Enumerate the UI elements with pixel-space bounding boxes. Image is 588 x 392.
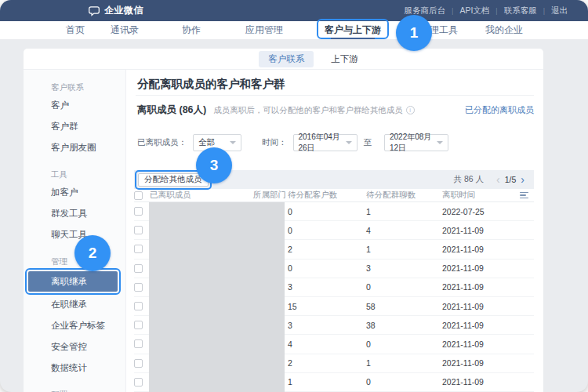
wework-logo: 企业微信 xyxy=(89,4,143,17)
row-checkbox[interactable] xyxy=(134,302,143,310)
cell-leave-date: 2021-11-09 xyxy=(442,321,534,330)
sidebar-item[interactable]: 离职继承 xyxy=(28,271,118,292)
link-api-docs[interactable]: API文档 xyxy=(459,5,489,16)
sidebar-item-label: 在职继承 xyxy=(51,299,87,309)
cell-leave-date: 2021-11-09 xyxy=(442,245,534,254)
sidebar-item-label: 加客户 xyxy=(51,187,78,197)
table-toolbar: 分配给其他成员 共 86 人 ‹ 1/5 › xyxy=(134,170,534,189)
cell-pending-groups: 0 xyxy=(366,282,442,292)
cell-pending-groups: 38 xyxy=(366,321,442,330)
sidebar-item-label: 客户群 xyxy=(51,122,78,131)
sidebar-item[interactable]: 聊天工具 xyxy=(24,224,125,245)
sidebar-item-label: 安全管控 xyxy=(51,342,87,351)
info-icon[interactable]: i xyxy=(406,106,415,114)
sidebar-item[interactable]: 群发工具 xyxy=(24,203,125,224)
cell-leave-date: 2021-11-09 xyxy=(442,226,534,235)
pagination: 共 86 人 ‹ 1/5 › xyxy=(454,174,528,185)
cell-leave-date: 2021-11-09 xyxy=(442,263,534,273)
sidebar-item[interactable]: 安全管控 xyxy=(24,336,125,358)
col-header-pending-clients: 待分配客户数 xyxy=(288,190,366,201)
header-checkbox-cell xyxy=(134,191,150,200)
sidebar-item[interactable]: 企业客户标签 xyxy=(24,315,125,336)
link-contact-support[interactable]: 联系客服 xyxy=(504,5,537,16)
cell-pending-clients: 2 xyxy=(288,245,366,254)
row-checkbox-cell xyxy=(134,339,150,348)
assign-to-others-button[interactable]: 分配给其他成员 xyxy=(138,173,209,187)
row-checkbox[interactable] xyxy=(134,207,143,216)
assigned-members-link[interactable]: 已分配的离职成员 xyxy=(465,104,534,116)
row-checkbox[interactable] xyxy=(134,359,143,368)
members-table: 已离职成员 所属部门 待分配客户数 待分配群聊数 离职时间 0 1 2022-0… xyxy=(134,189,534,392)
chevron-left-icon[interactable]: ‹ xyxy=(493,174,503,185)
link-logout[interactable]: 退出 xyxy=(551,5,568,16)
logo-text: 企业微信 xyxy=(104,4,143,17)
sidebar-item-label: 客户 xyxy=(51,100,69,110)
date-from-select[interactable]: 2016年04月26日 xyxy=(293,134,358,151)
row-checkbox[interactable] xyxy=(134,226,143,234)
row-checkbox[interactable] xyxy=(134,264,143,273)
range-separator: 至 xyxy=(364,137,372,148)
sidebar-item[interactable]: 在职继承 xyxy=(24,294,125,315)
chevron-down-icon xyxy=(230,141,236,144)
row-checkbox[interactable] xyxy=(134,339,143,348)
cell-pending-clients: 3 xyxy=(288,321,366,330)
sidebar-item[interactable]: 数据统计 xyxy=(24,358,125,379)
cell-pending-clients: 0 xyxy=(288,226,366,235)
cell-pending-clients: 3 xyxy=(288,282,366,292)
row-checkbox[interactable] xyxy=(134,245,143,253)
cell-pending-clients: 0 xyxy=(288,207,366,216)
column-settings-icon[interactable] xyxy=(520,192,532,199)
redacted-region xyxy=(149,202,285,392)
sidebar-group: 配置 xyxy=(24,387,125,392)
annotation-step-2: 2 xyxy=(74,235,111,271)
row-checkbox-cell xyxy=(134,264,150,273)
cell-pending-clients: 0 xyxy=(288,263,366,273)
cell-leave-date: 2021-11-09 xyxy=(442,358,534,368)
nav-item[interactable]: 应用管理 xyxy=(245,21,283,39)
date-from-value: 2016年04月26日 xyxy=(299,132,346,154)
content-card: 客户联系上下游 客户联系 客户 客户群 客户朋友圈 工具 加客户 群发工具 聊天… xyxy=(24,49,543,392)
table-header-row: 已离职成员 所属部门 待分配客户数 待分配群聊数 离职时间 xyxy=(134,189,534,202)
nav-item[interactable]: 协作 xyxy=(182,21,201,39)
annotation-step-3: 3 xyxy=(196,147,232,183)
row-checkbox[interactable] xyxy=(134,321,143,329)
nav-item[interactable]: 首页 xyxy=(66,21,85,39)
select-all-checkbox[interactable] xyxy=(134,191,143,200)
row-checkbox-cell xyxy=(134,359,150,368)
cell-pending-groups: 4 xyxy=(366,226,442,235)
row-checkbox[interactable] xyxy=(134,283,143,292)
sidebar-item[interactable]: 客户朋友圈 xyxy=(24,137,125,158)
row-checkbox-cell xyxy=(134,378,150,387)
row-checkbox-cell xyxy=(134,321,150,329)
date-to-select[interactable]: 2022年08月12日 xyxy=(384,134,448,151)
sidebar-item-label: 数据统计 xyxy=(51,363,87,372)
subtab[interactable]: 上下游 xyxy=(321,51,368,67)
sidebar-item-label: 群发工具 xyxy=(51,209,87,218)
row-checkbox[interactable] xyxy=(134,378,143,387)
subtabs: 客户联系上下游 xyxy=(259,51,368,67)
sidebar-group: 客户联系 客户 客户群 客户朋友圈 xyxy=(24,79,125,158)
cell-pending-groups: 3 xyxy=(366,263,442,273)
subtab[interactable]: 客户联系 xyxy=(259,51,314,67)
row-checkbox-cell xyxy=(134,226,150,234)
sidebar-item[interactable]: 加客户 xyxy=(24,182,125,203)
total-count: 共 86 人 xyxy=(454,174,485,185)
card-body: 客户联系 客户 客户群 客户朋友圈 工具 加客户 群发工具 聊天工具 管理 离职… xyxy=(24,70,543,392)
col-header-leave-date: 离职时间 xyxy=(442,190,520,201)
chevron-right-icon[interactable]: › xyxy=(517,174,528,185)
nav-item[interactable]: 通讯录 xyxy=(111,21,139,39)
nav-item[interactable]: 客户与上下游 xyxy=(325,21,381,39)
main-content: 分配离职成员的客户和客户群 离职成员 (86人) 成员离职后，可以分配他的客户和… xyxy=(126,70,543,392)
nav-item[interactable]: 我的企业 xyxy=(485,21,523,39)
sidebar-group: 管理 离职继承 在职继承 企业客户标签 安全管控 数据统计 xyxy=(24,253,125,379)
sidebar-item[interactable]: 客户群 xyxy=(24,116,125,137)
cell-pending-groups: 58 xyxy=(366,302,442,311)
sidebar-group-items: 离职继承 在职继承 企业客户标签 安全管控 数据统计 xyxy=(24,271,125,379)
sidebar-item[interactable]: 客户 xyxy=(24,95,125,116)
col-header-department: 所属部门 xyxy=(253,190,288,201)
topbar-links: 服务商后台 | API文档 | 联系客服 | 退出 xyxy=(405,5,568,16)
topbar: 企业微信 服务商后台 | API文档 | 联系客服 | 退出 xyxy=(0,0,588,21)
nav-item-label: 协作 xyxy=(182,24,201,35)
sidebar-item-label: 企业客户标签 xyxy=(51,321,105,330)
cell-pending-clients: 2 xyxy=(288,358,366,368)
